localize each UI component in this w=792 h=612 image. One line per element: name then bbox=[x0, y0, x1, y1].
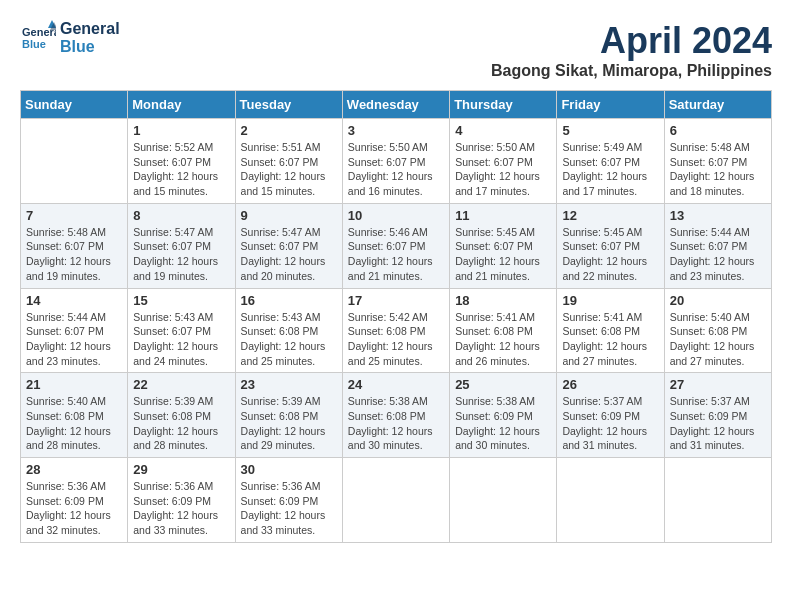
day-info: Sunrise: 5:38 AMSunset: 6:08 PMDaylight:… bbox=[348, 394, 444, 453]
month-title: April 2024 bbox=[491, 20, 772, 62]
table-row: 9Sunrise: 5:47 AMSunset: 6:07 PMDaylight… bbox=[235, 203, 342, 288]
col-friday: Friday bbox=[557, 91, 664, 119]
day-number: 17 bbox=[348, 293, 444, 308]
table-row bbox=[557, 458, 664, 543]
day-info: Sunrise: 5:37 AMSunset: 6:09 PMDaylight:… bbox=[562, 394, 658, 453]
table-row: 7Sunrise: 5:48 AMSunset: 6:07 PMDaylight… bbox=[21, 203, 128, 288]
day-info: Sunrise: 5:36 AMSunset: 6:09 PMDaylight:… bbox=[241, 479, 337, 538]
table-row: 10Sunrise: 5:46 AMSunset: 6:07 PMDayligh… bbox=[342, 203, 449, 288]
table-row: 25Sunrise: 5:38 AMSunset: 6:09 PMDayligh… bbox=[450, 373, 557, 458]
location-title: Bagong Sikat, Mimaropa, Philippines bbox=[491, 62, 772, 80]
table-row: 26Sunrise: 5:37 AMSunset: 6:09 PMDayligh… bbox=[557, 373, 664, 458]
day-info: Sunrise: 5:52 AMSunset: 6:07 PMDaylight:… bbox=[133, 140, 229, 199]
day-info: Sunrise: 5:47 AMSunset: 6:07 PMDaylight:… bbox=[133, 225, 229, 284]
table-row: 3Sunrise: 5:50 AMSunset: 6:07 PMDaylight… bbox=[342, 119, 449, 204]
table-row: 1Sunrise: 5:52 AMSunset: 6:07 PMDaylight… bbox=[128, 119, 235, 204]
day-number: 6 bbox=[670, 123, 766, 138]
day-number: 23 bbox=[241, 377, 337, 392]
day-info: Sunrise: 5:50 AMSunset: 6:07 PMDaylight:… bbox=[455, 140, 551, 199]
table-row: 2Sunrise: 5:51 AMSunset: 6:07 PMDaylight… bbox=[235, 119, 342, 204]
table-row: 12Sunrise: 5:45 AMSunset: 6:07 PMDayligh… bbox=[557, 203, 664, 288]
day-number: 3 bbox=[348, 123, 444, 138]
table-row bbox=[450, 458, 557, 543]
day-info: Sunrise: 5:36 AMSunset: 6:09 PMDaylight:… bbox=[133, 479, 229, 538]
table-row: 20Sunrise: 5:40 AMSunset: 6:08 PMDayligh… bbox=[664, 288, 771, 373]
day-info: Sunrise: 5:40 AMSunset: 6:08 PMDaylight:… bbox=[670, 310, 766, 369]
day-number: 30 bbox=[241, 462, 337, 477]
day-number: 1 bbox=[133, 123, 229, 138]
day-info: Sunrise: 5:44 AMSunset: 6:07 PMDaylight:… bbox=[670, 225, 766, 284]
day-info: Sunrise: 5:51 AMSunset: 6:07 PMDaylight:… bbox=[241, 140, 337, 199]
table-row: 15Sunrise: 5:43 AMSunset: 6:07 PMDayligh… bbox=[128, 288, 235, 373]
day-number: 20 bbox=[670, 293, 766, 308]
day-number: 19 bbox=[562, 293, 658, 308]
day-number: 22 bbox=[133, 377, 229, 392]
day-number: 25 bbox=[455, 377, 551, 392]
day-info: Sunrise: 5:41 AMSunset: 6:08 PMDaylight:… bbox=[562, 310, 658, 369]
table-row: 24Sunrise: 5:38 AMSunset: 6:08 PMDayligh… bbox=[342, 373, 449, 458]
table-row: 5Sunrise: 5:49 AMSunset: 6:07 PMDaylight… bbox=[557, 119, 664, 204]
day-info: Sunrise: 5:45 AMSunset: 6:07 PMDaylight:… bbox=[455, 225, 551, 284]
day-info: Sunrise: 5:39 AMSunset: 6:08 PMDaylight:… bbox=[133, 394, 229, 453]
table-row: 27Sunrise: 5:37 AMSunset: 6:09 PMDayligh… bbox=[664, 373, 771, 458]
table-row: 30Sunrise: 5:36 AMSunset: 6:09 PMDayligh… bbox=[235, 458, 342, 543]
day-number: 27 bbox=[670, 377, 766, 392]
logo-line2: Blue bbox=[60, 38, 120, 56]
day-number: 14 bbox=[26, 293, 122, 308]
day-info: Sunrise: 5:47 AMSunset: 6:07 PMDaylight:… bbox=[241, 225, 337, 284]
day-number: 24 bbox=[348, 377, 444, 392]
table-row: 18Sunrise: 5:41 AMSunset: 6:08 PMDayligh… bbox=[450, 288, 557, 373]
table-row: 28Sunrise: 5:36 AMSunset: 6:09 PMDayligh… bbox=[21, 458, 128, 543]
table-row: 6Sunrise: 5:48 AMSunset: 6:07 PMDaylight… bbox=[664, 119, 771, 204]
calendar-week-row: 14Sunrise: 5:44 AMSunset: 6:07 PMDayligh… bbox=[21, 288, 772, 373]
day-number: 21 bbox=[26, 377, 122, 392]
calendar-header-row: Sunday Monday Tuesday Wednesday Thursday… bbox=[21, 91, 772, 119]
col-thursday: Thursday bbox=[450, 91, 557, 119]
table-row: 11Sunrise: 5:45 AMSunset: 6:07 PMDayligh… bbox=[450, 203, 557, 288]
table-row: 8Sunrise: 5:47 AMSunset: 6:07 PMDaylight… bbox=[128, 203, 235, 288]
logo-line1: General bbox=[60, 20, 120, 38]
col-sunday: Sunday bbox=[21, 91, 128, 119]
day-info: Sunrise: 5:48 AMSunset: 6:07 PMDaylight:… bbox=[670, 140, 766, 199]
day-number: 28 bbox=[26, 462, 122, 477]
calendar-week-row: 1Sunrise: 5:52 AMSunset: 6:07 PMDaylight… bbox=[21, 119, 772, 204]
day-number: 7 bbox=[26, 208, 122, 223]
logo: General Blue General Blue bbox=[20, 20, 120, 56]
day-info: Sunrise: 5:36 AMSunset: 6:09 PMDaylight:… bbox=[26, 479, 122, 538]
svg-text:Blue: Blue bbox=[22, 38, 46, 50]
day-number: 2 bbox=[241, 123, 337, 138]
table-row: 22Sunrise: 5:39 AMSunset: 6:08 PMDayligh… bbox=[128, 373, 235, 458]
day-info: Sunrise: 5:43 AMSunset: 6:07 PMDaylight:… bbox=[133, 310, 229, 369]
calendar-table: Sunday Monday Tuesday Wednesday Thursday… bbox=[20, 90, 772, 543]
col-monday: Monday bbox=[128, 91, 235, 119]
table-row: 29Sunrise: 5:36 AMSunset: 6:09 PMDayligh… bbox=[128, 458, 235, 543]
col-saturday: Saturday bbox=[664, 91, 771, 119]
day-number: 16 bbox=[241, 293, 337, 308]
day-number: 11 bbox=[455, 208, 551, 223]
day-number: 5 bbox=[562, 123, 658, 138]
table-row bbox=[21, 119, 128, 204]
table-row: 16Sunrise: 5:43 AMSunset: 6:08 PMDayligh… bbox=[235, 288, 342, 373]
day-info: Sunrise: 5:37 AMSunset: 6:09 PMDaylight:… bbox=[670, 394, 766, 453]
day-info: Sunrise: 5:43 AMSunset: 6:08 PMDaylight:… bbox=[241, 310, 337, 369]
day-info: Sunrise: 5:41 AMSunset: 6:08 PMDaylight:… bbox=[455, 310, 551, 369]
table-row: 21Sunrise: 5:40 AMSunset: 6:08 PMDayligh… bbox=[21, 373, 128, 458]
day-info: Sunrise: 5:39 AMSunset: 6:08 PMDaylight:… bbox=[241, 394, 337, 453]
day-number: 18 bbox=[455, 293, 551, 308]
day-info: Sunrise: 5:40 AMSunset: 6:08 PMDaylight:… bbox=[26, 394, 122, 453]
table-row: 13Sunrise: 5:44 AMSunset: 6:07 PMDayligh… bbox=[664, 203, 771, 288]
table-row: 4Sunrise: 5:50 AMSunset: 6:07 PMDaylight… bbox=[450, 119, 557, 204]
day-number: 12 bbox=[562, 208, 658, 223]
day-info: Sunrise: 5:48 AMSunset: 6:07 PMDaylight:… bbox=[26, 225, 122, 284]
col-wednesday: Wednesday bbox=[342, 91, 449, 119]
col-tuesday: Tuesday bbox=[235, 91, 342, 119]
day-info: Sunrise: 5:42 AMSunset: 6:08 PMDaylight:… bbox=[348, 310, 444, 369]
table-row bbox=[342, 458, 449, 543]
day-number: 9 bbox=[241, 208, 337, 223]
table-row bbox=[664, 458, 771, 543]
header: General Blue General Blue April 2024 Bag… bbox=[20, 20, 772, 80]
day-info: Sunrise: 5:46 AMSunset: 6:07 PMDaylight:… bbox=[348, 225, 444, 284]
day-info: Sunrise: 5:45 AMSunset: 6:07 PMDaylight:… bbox=[562, 225, 658, 284]
day-number: 13 bbox=[670, 208, 766, 223]
day-info: Sunrise: 5:49 AMSunset: 6:07 PMDaylight:… bbox=[562, 140, 658, 199]
